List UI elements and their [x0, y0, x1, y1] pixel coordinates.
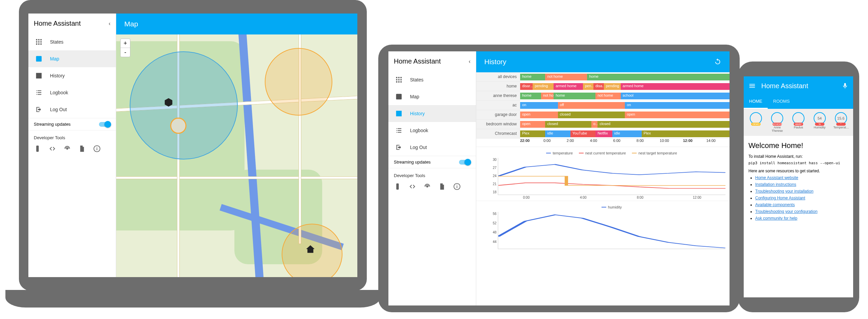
map[interactable]: + -: [116, 34, 357, 277]
refresh-icon[interactable]: [714, 58, 721, 66]
state-segment[interactable]: idle: [612, 130, 642, 137]
state-segment[interactable]: off: [558, 102, 625, 109]
state-segment[interactable]: not home: [545, 74, 587, 80]
tab-home[interactable]: HOME: [744, 95, 768, 109]
streaming-label: Streaming updates: [394, 160, 431, 165]
state-segment[interactable]: home: [520, 93, 541, 99]
avatar-pin[interactable]: [170, 118, 186, 134]
state-segment[interactable]: home: [520, 74, 545, 80]
state-segment[interactable]: Netflix: [595, 130, 612, 137]
collapse-icon[interactable]: ‹: [109, 21, 110, 27]
remote-icon[interactable]: [34, 145, 41, 152]
remote-icon[interactable]: [394, 183, 401, 190]
streaming-toggle[interactable]: [459, 160, 470, 165]
state-segment[interactable]: Plex: [520, 130, 545, 137]
doc-icon[interactable]: [438, 183, 446, 190]
state-segment[interactable]: open: [520, 121, 545, 128]
antenna-icon[interactable]: [63, 145, 71, 152]
sidebar-item-map[interactable]: Map: [388, 88, 476, 105]
topbar: History: [476, 51, 730, 72]
resources-text: Here are some resources to get started.: [748, 169, 848, 173]
chart-icon: [395, 110, 403, 117]
sidebar-item-map[interactable]: Map: [28, 50, 116, 67]
mic-icon[interactable]: [842, 82, 848, 89]
status-chip[interactable]: DEMO: [748, 112, 763, 132]
state-segment[interactable]: home: [554, 93, 595, 99]
svg-rect-11: [457, 185, 457, 186]
history-row: homedisar…pendingarmed homepen…disa…pend…: [476, 82, 730, 91]
zoom-out-button[interactable]: -: [121, 48, 130, 57]
legend-item: nest target temperature: [632, 151, 677, 155]
legend-item: nest current temperature: [579, 151, 626, 155]
state-segment[interactable]: pending: [533, 83, 554, 90]
state-segment[interactable]: closed: [558, 112, 625, 118]
sidebar-item-history[interactable]: History: [28, 67, 116, 84]
sidebar-item-label: History: [50, 73, 65, 78]
state-segment[interactable]: pen…: [583, 83, 593, 90]
status-chip[interactable]: 15.6°Temperat…: [834, 112, 848, 132]
code-icon[interactable]: [409, 183, 416, 190]
state-segment[interactable]: closed: [545, 121, 591, 128]
zoom-in-button[interactable]: +: [121, 39, 130, 48]
resource-link[interactable]: Installation instructions: [755, 182, 796, 187]
doc-icon[interactable]: [78, 145, 86, 152]
state-segment[interactable]: open: [625, 112, 730, 118]
resource-link[interactable]: Available components: [755, 202, 795, 207]
phone-device: Home Assistant HOME ROOMS DEMOSCHOOLAnne…: [738, 62, 859, 312]
status-chip[interactable]: 54%Humidity: [812, 112, 827, 132]
sidebar-item-logout[interactable]: Log Out: [388, 139, 476, 156]
state-segment[interactable]: armed home: [621, 83, 730, 90]
state-segment[interactable]: idle: [545, 130, 570, 137]
svg-rect-5: [97, 147, 97, 148]
resource-link[interactable]: Home Assistant website: [755, 175, 798, 180]
state-segment[interactable]: disa…: [593, 83, 604, 90]
sidebar-item-states[interactable]: States: [388, 71, 476, 88]
app-title: Home Assistant: [394, 57, 441, 65]
sidebar-item-logbook[interactable]: Logbook: [28, 84, 116, 101]
state-segment[interactable]: pending: [604, 83, 621, 90]
tab-rooms[interactable]: ROOMS: [768, 95, 795, 109]
entity-label: anne therese: [476, 91, 520, 100]
state-segment[interactable]: school: [621, 93, 730, 99]
info-icon[interactable]: [453, 183, 461, 190]
streaming-toggle[interactable]: [99, 122, 110, 127]
state-segment[interactable]: not home: [595, 93, 620, 99]
status-chip[interactable]: AWAYPaulus: [791, 112, 806, 132]
streaming-row: Streaming updates: [388, 156, 476, 168]
resource-link[interactable]: Ask community for help: [755, 216, 797, 221]
state-segment[interactable]: disar…: [520, 83, 533, 90]
state-segment[interactable]: home: [587, 74, 730, 80]
state-segment[interactable]: open: [520, 112, 558, 118]
state-segment[interactable]: on: [520, 102, 558, 109]
sidebar-item-history[interactable]: History: [388, 105, 476, 122]
state-segment[interactable]: Plex: [642, 130, 730, 137]
history-row: garage dooropenclosedopen: [476, 110, 730, 120]
resource-link[interactable]: Configuring Home Assistant: [755, 196, 805, 200]
resource-link[interactable]: Troubleshooting your installation: [755, 189, 813, 194]
state-segment[interactable]: closed: [597, 121, 730, 128]
state-segment[interactable]: armed home: [554, 83, 583, 90]
zoom-control: + -: [120, 39, 130, 57]
temperature-chart: temperaturenest current temperaturenest …: [476, 147, 730, 201]
sidebar-item-logbook[interactable]: Logbook: [388, 122, 476, 139]
sidebar-item-states[interactable]: States: [28, 33, 116, 50]
sidebar-item-logout[interactable]: Log Out: [28, 101, 116, 118]
collapse-icon[interactable]: ‹: [469, 58, 470, 65]
page-title: Map: [124, 20, 138, 28]
history-row: bedroom windowopenclosedo…closed: [476, 120, 730, 129]
antenna-icon[interactable]: [424, 183, 431, 190]
entity-label: home: [476, 82, 520, 91]
resource-link[interactable]: Troubleshooting your configuration: [755, 209, 817, 214]
laptop-device: Home Assistant ‹ States Map History: [5, 0, 380, 311]
status-chip[interactable]: SCHOOLAnne Therese: [770, 112, 785, 132]
state-segment[interactable]: o…: [591, 121, 598, 128]
dev-tools-row: [28, 143, 116, 158]
entity-label: all devices: [476, 72, 520, 81]
grid-icon: [35, 38, 43, 46]
state-segment[interactable]: on: [625, 102, 730, 109]
info-icon[interactable]: [93, 145, 101, 152]
state-segment[interactable]: not ho…: [541, 93, 554, 99]
state-segment[interactable]: YouTube: [570, 130, 595, 137]
code-icon[interactable]: [49, 145, 56, 152]
menu-icon[interactable]: [748, 82, 756, 90]
